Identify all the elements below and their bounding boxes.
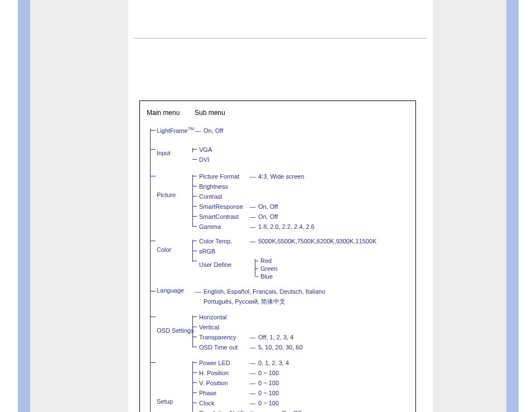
menu-osd-settings: OSD Settings Horizontal Vertical Transpa… bbox=[150, 312, 409, 358]
setup-resnotif: Resolution Notification — On, Off bbox=[192, 408, 409, 412]
picture-gamma: Gamma — 1.8, 2.0, 2.2, 2.4, 2.6 bbox=[192, 222, 409, 232]
picture-brightness: Brightness bbox=[192, 181, 409, 191]
gray-band-right bbox=[433, 0, 506, 412]
color-srgb: sRGB bbox=[192, 246, 409, 256]
osd-transparency: Transparency — Off, 1, 2, 3, 4 bbox=[192, 332, 409, 342]
language-line1: English, Español, Français, Deutsch, Ita… bbox=[204, 287, 325, 296]
menu-setup: Setup Power LED — 0, 1, 2, 3, 4 H. Posit… bbox=[150, 358, 409, 412]
color-userdefine: User Define Red Green Blue bbox=[192, 256, 409, 281]
menu-input: Input VGA DVI bbox=[150, 145, 409, 171]
header-main-menu: Main menu bbox=[147, 109, 195, 117]
setup-phase: Phase — 0 ~ 100 bbox=[192, 388, 409, 398]
picture-contrast: Contrast bbox=[192, 191, 409, 202]
osd-menu-box: Main menu Sub menu LightFrameTM — On, Of… bbox=[139, 100, 416, 412]
picture-smartcontrast: SmartContrast — On, Off bbox=[192, 212, 409, 222]
header-sub-menu: Sub menu bbox=[195, 109, 225, 117]
language-line2: Português, Русский, 简体中文 bbox=[204, 297, 286, 306]
userdefine-blue: Blue bbox=[255, 272, 278, 280]
margin-band-right bbox=[506, 0, 519, 412]
input-dvi: DVI bbox=[192, 155, 409, 165]
menu-tree: LightFrameTM — On, Off Input VGA bbox=[150, 126, 409, 412]
setup-powerled: Power LED — 0, 1, 2, 3, 4 bbox=[192, 358, 409, 368]
userdefine-green: Green bbox=[255, 265, 278, 272]
userdefine-red: Red bbox=[255, 257, 278, 265]
lightframe-values: On, Off bbox=[204, 126, 223, 135]
osd-horizontal: Horizontal bbox=[192, 312, 409, 322]
document-viewport: Main menu Sub menu LightFrameTM — On, Of… bbox=[0, 0, 532, 412]
margin-band-left bbox=[18, 0, 30, 412]
osd-vertical: Vertical bbox=[192, 322, 409, 332]
gray-band-left bbox=[30, 0, 128, 412]
dash-icon: — bbox=[192, 126, 204, 135]
color-temp: Color Temp. — 5000K,6500K,7500K,8200K,93… bbox=[192, 236, 409, 246]
menu-language: Language — English, Español, Français, D… bbox=[150, 286, 409, 312]
setup-hposition: H. Position — 0 ~ 100 bbox=[192, 368, 409, 378]
setup-vposition: V. Position — 0 ~ 100 bbox=[192, 378, 409, 388]
osd-timeout: OSD Time out — 5, 10, 20, 30, 60 bbox=[192, 342, 409, 352]
picture-smartresponse: SmartResponse — On, Off bbox=[192, 202, 409, 212]
top-rule bbox=[134, 38, 427, 39]
page-area: Main menu Sub menu LightFrameTM — On, Of… bbox=[128, 0, 433, 412]
column-headers: Main menu Sub menu bbox=[147, 109, 409, 117]
picture-format: Picture Format — 4:3, Wide screen bbox=[192, 171, 409, 181]
menu-picture: Picture Picture Format — 4:3, Wide scree… bbox=[150, 171, 409, 236]
setup-clock: Clock — 0 ~ 100 bbox=[192, 398, 409, 408]
menu-color: Color Color Temp. — 5000K,6500K,7500K,82… bbox=[150, 236, 409, 286]
input-vga: VGA bbox=[192, 145, 409, 155]
menu-lightframe: LightFrameTM — On, Off bbox=[150, 126, 409, 145]
